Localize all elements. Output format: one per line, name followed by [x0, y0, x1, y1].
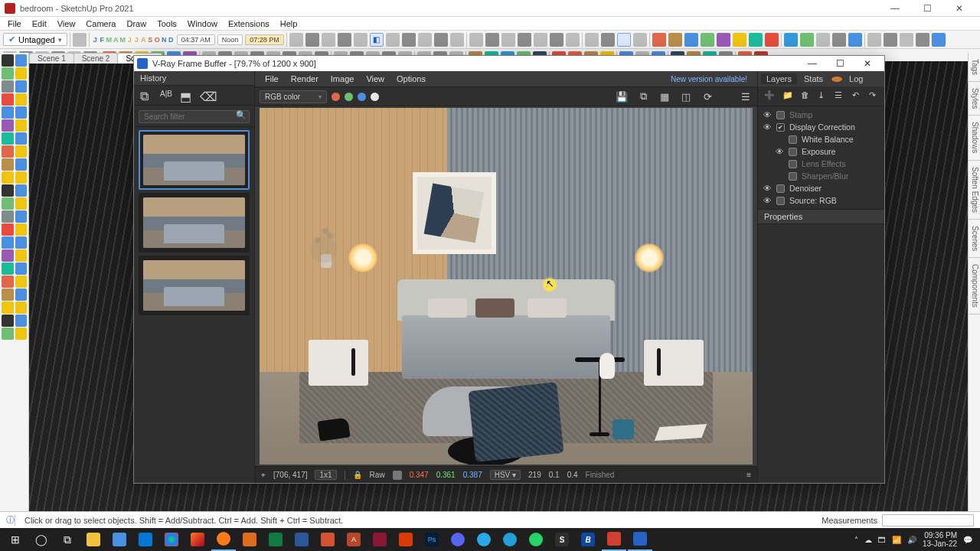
toolbar-icon[interactable]: ◧: [370, 33, 384, 47]
eye-icon[interactable]: 👁: [775, 147, 784, 156]
tray-volume-icon[interactable]: 🔊: [907, 536, 916, 544]
taskbar-app[interactable]: B: [576, 528, 600, 551]
tray-tab[interactable]: Styles: [969, 82, 980, 116]
menu-item[interactable]: Edit: [28, 19, 51, 28]
history-thumb[interactable]: [139, 193, 250, 253]
tool-icon[interactable]: [2, 236, 14, 249]
eye-icon[interactable]: 👁: [763, 122, 772, 132]
toolbar-icon[interactable]: [469, 33, 483, 47]
channel-blue-icon[interactable]: [358, 93, 366, 101]
menu-item[interactable]: File: [3, 19, 26, 28]
tray-battery-icon[interactable]: 🗔: [878, 536, 886, 544]
taskbar-app[interactable]: [394, 528, 418, 551]
menu-item[interactable]: Extensions: [224, 19, 274, 28]
time-chip[interactable]: Noon: [217, 34, 243, 45]
tool-icon[interactable]: [2, 119, 14, 132]
tray-tab[interactable]: Soften Edges: [969, 161, 980, 220]
tool-icon[interactable]: [2, 67, 14, 80]
taskbar-app[interactable]: [446, 528, 470, 551]
toolbar-icon[interactable]: [916, 33, 929, 47]
tool-icon[interactable]: [15, 119, 28, 132]
tool-icon[interactable]: [15, 249, 28, 262]
tool-icon[interactable]: [15, 197, 28, 210]
vfb-maximize-button[interactable]: ☐: [826, 56, 854, 71]
menu-item[interactable]: Camera: [81, 19, 120, 28]
tool-icon[interactable]: [15, 171, 28, 184]
tool-icon[interactable]: [15, 132, 28, 145]
folder-icon[interactable]: 📁: [782, 90, 793, 103]
compare-ab-icon[interactable]: A|B: [160, 90, 172, 102]
tool-icon[interactable]: [15, 54, 28, 67]
toolbar-icon[interactable]: [749, 33, 763, 47]
tool-icon[interactable]: [2, 328, 14, 340]
toolbar-icon[interactable]: [733, 33, 746, 47]
save-history-icon[interactable]: ⧉: [140, 90, 152, 102]
taskbar-app[interactable]: [315, 528, 340, 551]
toolbar-icon[interactable]: [932, 33, 946, 47]
tab-stats[interactable]: Stats: [799, 73, 828, 84]
toolbar-icon[interactable]: [816, 33, 830, 47]
render-viewport[interactable]: ↖: [255, 106, 757, 466]
toolbar-icon[interactable]: [550, 33, 564, 47]
vfb-new-version-link[interactable]: New version available!: [665, 75, 753, 83]
vfb-menu-item[interactable]: View: [361, 74, 390, 83]
tool-icon[interactable]: [15, 106, 28, 119]
layer-row[interactable]: Lens Effects: [761, 158, 881, 169]
channel-combo[interactable]: RGB color ▾: [260, 90, 327, 103]
toolbar-icon[interactable]: [848, 33, 862, 47]
toolbar-icon[interactable]: [784, 33, 798, 47]
taskbar-app[interactable]: S: [550, 528, 574, 551]
tool-icon[interactable]: [2, 197, 14, 210]
region-size[interactable]: 1x1: [315, 470, 336, 480]
vfb-menu-item[interactable]: Options: [391, 74, 431, 83]
tool-icon[interactable]: [15, 210, 28, 223]
layer-row[interactable]: 👁Stamp: [761, 109, 881, 120]
toolbar-icon[interactable]: [518, 33, 531, 47]
toolbar-icon[interactable]: [73, 33, 87, 47]
settings-icon[interactable]: ☰: [739, 90, 753, 103]
taskbar-app[interactable]: [159, 528, 184, 551]
channel-red-icon[interactable]: [332, 93, 340, 101]
toolbar-icon[interactable]: [884, 33, 897, 47]
time-chip[interactable]: 07:28 PM: [245, 34, 284, 45]
tool-icon[interactable]: [2, 249, 14, 262]
taskbar-app[interactable]: [472, 528, 496, 551]
vfb-minimize-button[interactable]: —: [799, 56, 826, 71]
close-button[interactable]: ✕: [943, 0, 975, 17]
toolbar-icon[interactable]: [450, 33, 464, 47]
save-preset-icon[interactable]: ⤓: [818, 90, 827, 103]
layer-row[interactable]: Sharpen/Blur: [761, 171, 881, 181]
taskbar-app[interactable]: [628, 528, 652, 551]
toolbar-icon[interactable]: [354, 33, 368, 47]
delete-layer-icon[interactable]: 🗑: [801, 90, 810, 103]
tool-icon[interactable]: [2, 210, 14, 223]
toolbar-icon[interactable]: [765, 33, 779, 47]
menu-item[interactable]: View: [53, 19, 80, 28]
tool-icon[interactable]: [15, 315, 28, 327]
vfb-menu-item[interactable]: Image: [325, 74, 360, 83]
tray-clock[interactable]: 09:36 PM 13-Jan-22: [923, 531, 957, 548]
toolbar-icon[interactable]: [534, 33, 547, 47]
tool-icon[interactable]: [15, 67, 28, 80]
toolbar-icon[interactable]: [652, 33, 666, 47]
delete-history-icon[interactable]: ⌫: [200, 90, 212, 102]
toolbar-icon[interactable]: [338, 33, 351, 47]
menu-icon[interactable]: ≡: [746, 471, 751, 479]
tray-cloud-icon[interactable]: ☁: [864, 536, 872, 544]
layer-row[interactable]: 👁Denoiser: [761, 183, 881, 194]
layer-row[interactable]: 👁Source: RGB: [761, 195, 881, 206]
lock-icon[interactable]: 🔒: [353, 471, 362, 479]
tool-icon[interactable]: [2, 184, 14, 197]
pick-color-icon[interactable]: ⌖: [261, 471, 266, 480]
scene-tab[interactable]: Scene 2: [74, 53, 119, 64]
tool-icon[interactable]: [15, 328, 28, 340]
tool-icon[interactable]: [15, 145, 28, 158]
save-image-icon[interactable]: 💾: [615, 90, 629, 103]
toolbar-icon[interactable]: [418, 33, 432, 47]
load-image-icon[interactable]: ⬒: [180, 90, 192, 102]
tool-icon[interactable]: [15, 236, 28, 249]
start-button[interactable]: ⊞: [3, 528, 28, 551]
history-thumb[interactable]: [139, 256, 250, 315]
tool-icon[interactable]: [15, 276, 28, 288]
properties-header[interactable]: Properties: [758, 209, 884, 224]
